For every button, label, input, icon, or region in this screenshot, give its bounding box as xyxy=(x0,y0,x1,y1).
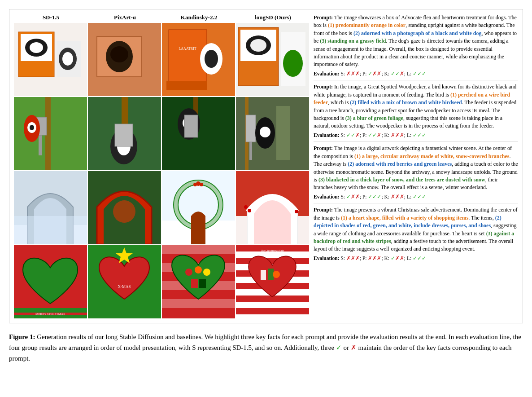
svg-text:X-MAS: X-MAS xyxy=(118,284,131,289)
caption-check: ✓ xyxy=(336,344,342,351)
img-r3c2 xyxy=(88,171,161,244)
svg-point-31 xyxy=(30,125,34,130)
svg-point-47 xyxy=(260,127,270,137)
svg-rect-74 xyxy=(162,245,235,254)
img-r1c1 xyxy=(14,23,87,96)
svg-rect-81 xyxy=(191,279,198,288)
svg-text:The Christmmas Sale: The Christmmas Sale xyxy=(261,249,284,252)
figure-label: Figure 1: xyxy=(9,333,35,340)
svg-point-22 xyxy=(250,39,266,52)
img-r4c2: X-MAS xyxy=(88,245,161,318)
img-r1c2 xyxy=(88,23,161,96)
prompt-block-4: Prompt: The image presents a vibrant Chr… xyxy=(314,206,518,265)
svg-point-64 xyxy=(244,205,248,209)
highlight-3-2: (2) adorned with red berries and green l… xyxy=(348,161,452,167)
caption-cross: ✗ xyxy=(351,344,357,351)
svg-rect-77 xyxy=(162,299,235,308)
svg-point-53 xyxy=(113,200,135,223)
svg-text:LAAATRIT: LAAATRIT xyxy=(179,47,196,51)
img-r4c4: The Christmmas Sale xyxy=(236,245,309,318)
svg-rect-15 xyxy=(166,81,207,90)
prompt-text-2: Prompt: In the image, a Great Spotted Wo… xyxy=(314,83,518,130)
svg-rect-37 xyxy=(162,97,235,170)
col-header-kandinsky: Kandinsky-2.2 xyxy=(162,14,236,21)
image-row-4: MERRY CHRISTMAS X-MAS xyxy=(14,245,310,318)
img-r1c4 xyxy=(236,23,309,96)
prompt-text-4: Prompt: The image presents a vibrant Chr… xyxy=(314,206,518,253)
image-row-1: LAAATRIT xyxy=(14,23,310,96)
prompt-label-3: Prompt: xyxy=(314,145,333,151)
eval-line-1: Evaluation: S: ✗✗✗; P: ✓✗✗; K: ✓✓✗; L: ✓… xyxy=(314,70,518,78)
img-r2c3 xyxy=(162,97,235,170)
svg-point-4 xyxy=(30,42,43,53)
img-r3c4 xyxy=(236,171,309,244)
image-grid-section: SD-1.5 PixArt-α Kandinsky-2.2 longSD (Ou… xyxy=(14,14,310,318)
svg-point-79 xyxy=(195,266,202,273)
highlight-2-2: (2) filled with a mix of brown and white… xyxy=(350,99,462,106)
image-row-3 xyxy=(14,171,310,244)
highlight-1-1: (1) predominantly orange in color xyxy=(328,22,406,28)
col-header-pixart: PixArt-α xyxy=(88,14,162,21)
prompt-label-2: Prompt: xyxy=(314,84,333,90)
col-header-longsd: longSD (Ours) xyxy=(236,14,310,21)
svg-rect-89 xyxy=(236,308,309,314)
image-row-2 xyxy=(14,97,310,170)
main-container: SD-1.5 PixArt-α Kandinsky-2.2 longSD (Ou… xyxy=(9,9,523,364)
svg-point-63 xyxy=(248,209,251,212)
prompt-text-1: Prompt: The image showcases a box of Adv… xyxy=(314,14,518,69)
highlight-1-2: (2) adorned with a photograph of a black… xyxy=(353,30,481,36)
img-r4c3 xyxy=(162,245,235,318)
highlight-2-3: (3) a blur of green foliage xyxy=(345,115,403,121)
prompt-label-1: Prompt: xyxy=(314,14,333,21)
svg-point-59 xyxy=(193,183,197,186)
img-r3c1 xyxy=(14,171,87,244)
prompt-text-3: Prompt: The image is a digital artwork d… xyxy=(314,145,518,191)
svg-point-11 xyxy=(110,46,128,62)
img-r2c2 xyxy=(88,97,161,170)
eval-line-2: Evaluation: S: ✓✓✗; P: ✓✓✗; K: ✗✗✗; L: ✓… xyxy=(314,132,518,139)
img-r3c3 xyxy=(162,171,235,244)
highlight-3-3: (3) blanketed in a thick layer of snow, … xyxy=(318,176,485,183)
svg-rect-45 xyxy=(246,115,256,142)
img-r1c3: LAAATRIT xyxy=(162,23,235,96)
prompt-label-4: Prompt: xyxy=(314,207,333,213)
svg-rect-41 xyxy=(184,115,198,137)
prompt-panel: Prompt: The image showcases a box of Adv… xyxy=(314,14,518,318)
svg-rect-36 xyxy=(115,124,133,146)
svg-rect-90 xyxy=(261,270,266,280)
svg-point-65 xyxy=(295,210,298,213)
svg-point-17 xyxy=(205,50,218,68)
svg-point-60 xyxy=(200,183,203,186)
svg-point-80 xyxy=(203,269,210,276)
svg-text:MERRY CHRISTMAS: MERRY CHRISTMAS xyxy=(35,312,65,316)
img-r2c1 xyxy=(14,97,87,170)
svg-point-92 xyxy=(273,271,280,278)
prompt-block-1: Prompt: The image showcases a box of Adv… xyxy=(314,14,518,80)
highlight-1-3: (3) standing on a grassy field xyxy=(320,38,386,44)
eval-line-3: Evaluation: S: ✓✗✗; P: ✓✓✓; K: ✗✗✗; L: ✓… xyxy=(314,193,518,201)
svg-rect-48 xyxy=(276,106,290,160)
highlight-4-3: (3) against a backdrop of red and white … xyxy=(314,230,514,244)
svg-point-78 xyxy=(185,269,192,276)
svg-point-24 xyxy=(283,50,303,77)
image-rows: LAAATRIT xyxy=(14,23,310,318)
prompt-block-3: Prompt: The image is a digital artwork d… xyxy=(314,145,518,203)
highlight-4-1: (1) a heart shape, filled with a variety… xyxy=(341,215,468,221)
column-headers: SD-1.5 PixArt-α Kandinsky-2.2 longSD (Ou… xyxy=(14,14,310,21)
caption-or: or xyxy=(344,344,349,351)
col-header-sd15: SD-1.5 xyxy=(14,14,88,21)
eval-line-4: Evaluation: S: ✗✗✗; P: ✗✗✗; K: ✓✗✗; L: ✓… xyxy=(314,255,518,262)
prompt-block-2: Prompt: In the image, a Great Spotted Wo… xyxy=(314,83,518,142)
svg-rect-51 xyxy=(14,216,87,244)
highlight-3-1: (1) a large, circular archway made of wh… xyxy=(354,153,509,159)
svg-rect-82 xyxy=(199,279,206,288)
figure-area: SD-1.5 PixArt-α Kandinsky-2.2 longSD (Ou… xyxy=(9,9,523,323)
svg-rect-85 xyxy=(236,258,309,264)
img-r2c4 xyxy=(236,97,309,170)
svg-point-7 xyxy=(62,52,73,66)
figure-caption: Figure 1: Generation results of our long… xyxy=(9,331,523,364)
img-r4c1: MERRY CHRISTMAS xyxy=(14,245,87,318)
